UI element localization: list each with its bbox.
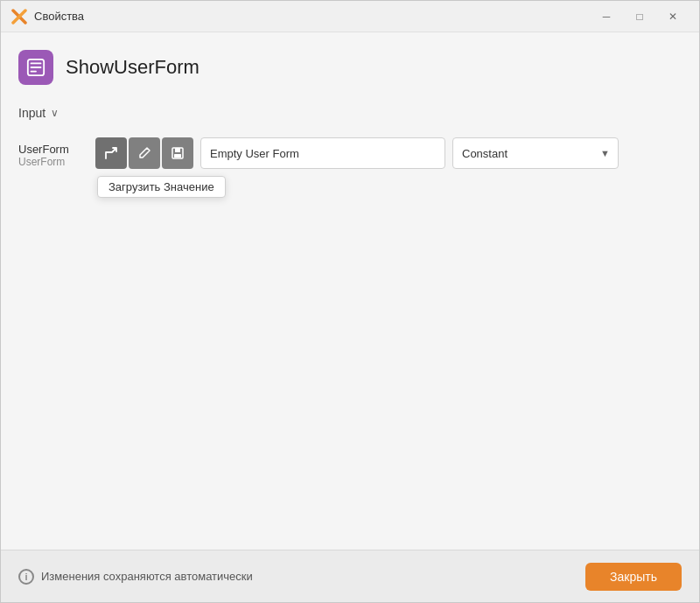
section-label: Input <box>18 106 46 120</box>
edit-icon <box>137 146 151 160</box>
minimize-button[interactable]: ─ <box>591 4 622 30</box>
close-window-button[interactable]: ✕ <box>657 4 689 30</box>
window-controls: ─ □ ✕ <box>591 4 689 30</box>
maximize-button[interactable]: □ <box>624 4 655 30</box>
type-select-wrapper: Constant Variable Expression ▼ <box>452 137 619 169</box>
edit-button[interactable] <box>129 137 160 169</box>
form-row: UserForm UserForm <box>18 137 682 169</box>
form-icon <box>26 58 46 77</box>
bottom-bar: i Изменения сохраняются автоматически За… <box>1 550 699 602</box>
field-label-sub: UserForm <box>18 156 88 168</box>
value-input[interactable] <box>200 137 445 169</box>
external-link-icon <box>104 146 118 160</box>
tooltip: Загрузить Значение <box>97 176 226 198</box>
load-value-button[interactable] <box>95 137 127 169</box>
window-title: Свойства <box>34 10 591 23</box>
page-header: ShowUserForm <box>18 50 682 85</box>
action-buttons <box>95 137 193 169</box>
svg-rect-5 <box>31 71 37 73</box>
svg-rect-3 <box>31 63 42 65</box>
status-text: Изменения сохраняются автоматически <box>41 570 253 583</box>
field-label-group: UserForm UserForm <box>18 137 88 168</box>
title-bar: Свойства ─ □ ✕ <box>1 1 699 32</box>
svg-rect-7 <box>175 148 180 152</box>
save-button[interactable] <box>162 137 193 169</box>
info-icon: i <box>18 569 34 585</box>
section-chevron-icon[interactable]: ∨ <box>51 107 59 119</box>
field-label-main: UserForm <box>18 143 88 156</box>
page-icon <box>18 50 53 85</box>
svg-rect-4 <box>31 67 42 68</box>
main-window: Свойства ─ □ ✕ ShowUserForm Input ∨ <box>0 0 700 603</box>
status-info: i Изменения сохраняются автоматически <box>18 569 585 585</box>
close-button[interactable]: Закрыть <box>585 563 682 591</box>
save-icon <box>171 146 185 160</box>
section-header: Input ∨ <box>18 106 682 120</box>
content-area: ShowUserForm Input ∨ UserForm UserForm <box>1 32 699 550</box>
type-select[interactable]: Constant Variable Expression <box>452 137 619 169</box>
page-title: ShowUserForm <box>66 56 200 79</box>
app-logo-icon <box>11 9 27 25</box>
svg-rect-8 <box>174 154 181 158</box>
